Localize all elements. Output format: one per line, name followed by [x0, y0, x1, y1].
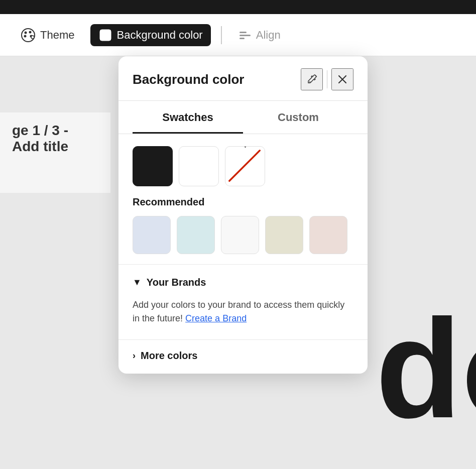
swatch-white[interactable]	[179, 146, 219, 186]
popup-header-actions	[301, 68, 353, 90]
swatch-black[interactable]	[133, 146, 173, 186]
background-color-button[interactable]: Background color	[90, 24, 210, 46]
close-icon	[337, 74, 348, 85]
eyedropper-button[interactable]	[301, 68, 323, 90]
basic-colors-row: No fill	[133, 146, 353, 186]
swatches-section: No fill Recommended	[118, 134, 368, 254]
swatch-mint[interactable]	[177, 216, 215, 254]
eyedropper-icon	[306, 73, 318, 85]
swatch-white2[interactable]	[221, 216, 259, 254]
chevron-down-icon: ▼	[133, 277, 142, 288]
swatch-no-fill[interactable]: No fill	[225, 146, 265, 186]
section-divider-1	[118, 264, 368, 265]
canvas-big-text: do	[376, 298, 476, 439]
brands-description: Add your colors to your brand to access …	[118, 296, 368, 335]
theme-label: Theme	[40, 29, 74, 42]
more-colors-collapse[interactable]: › More colors	[118, 344, 368, 374]
your-brands-collapse[interactable]: ▼ Your Brands	[118, 269, 368, 296]
bg-color-icon	[98, 28, 112, 42]
recommended-label: Recommended	[133, 196, 353, 208]
section-divider-2	[118, 339, 368, 340]
swatch-blush[interactable]	[309, 216, 347, 254]
palette-icon	[20, 27, 36, 43]
svg-rect-7	[240, 32, 247, 33]
align-button[interactable]: Align	[232, 24, 287, 46]
color-tabs: Swatches Custom	[118, 101, 368, 134]
svg-point-1	[25, 31, 27, 34]
svg-point-0	[22, 29, 35, 42]
swatch-lavender[interactable]	[133, 216, 171, 254]
svg-rect-6	[100, 30, 111, 41]
popup-title: Background color	[133, 72, 244, 87]
svg-point-2	[29, 31, 32, 33]
create-brand-link[interactable]: Create a Brand	[185, 313, 247, 323]
toolbar-divider	[221, 26, 222, 44]
tab-swatches[interactable]: Swatches	[133, 101, 243, 134]
align-icon	[238, 28, 252, 42]
more-colors-label: More colors	[141, 350, 197, 362]
chevron-right-icon: ›	[133, 350, 136, 361]
close-button[interactable]	[331, 68, 353, 90]
recommended-colors-row	[133, 216, 353, 254]
svg-point-4	[24, 35, 27, 37]
svg-line-13	[229, 151, 260, 181]
svg-rect-9	[240, 38, 245, 39]
toolbar: Theme Background color Align	[0, 14, 476, 56]
no-fill-line	[225, 147, 265, 186]
svg-point-10	[309, 81, 310, 82]
slide-label-text: ge 1 / 3 - Add title	[12, 123, 98, 155]
header-divider	[327, 70, 327, 88]
top-bar	[0, 0, 476, 14]
background-color-label: Background color	[116, 29, 202, 42]
swatch-sage[interactable]	[265, 216, 303, 254]
popup-header: Background color	[118, 56, 368, 101]
svg-point-5	[31, 36, 34, 39]
align-label: Align	[256, 29, 281, 42]
theme-button[interactable]: Theme	[12, 23, 82, 47]
background-color-popup: Background color Swatches Custom	[118, 56, 368, 374]
svg-rect-8	[240, 35, 251, 36]
brands-label: Your Brands	[147, 277, 206, 288]
slide-label: ge 1 / 3 - Add title	[0, 112, 110, 193]
tab-custom[interactable]: Custom	[243, 101, 353, 134]
